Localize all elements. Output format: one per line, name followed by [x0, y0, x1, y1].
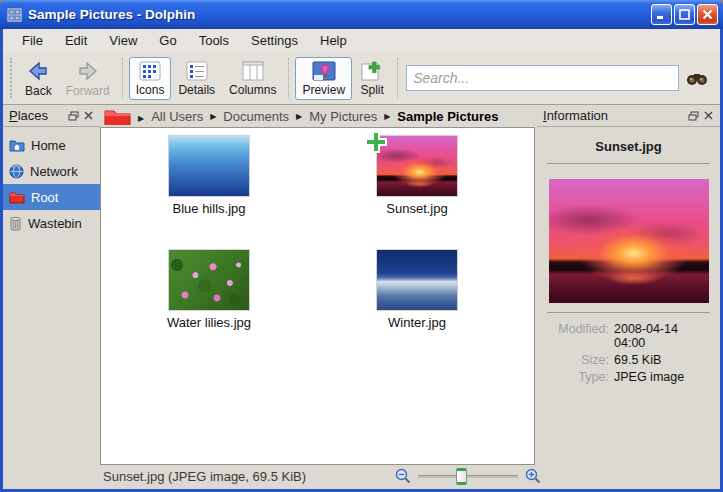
search-area [406, 65, 712, 91]
search-binoculars-icon[interactable] [686, 71, 708, 86]
breadcrumb: ▶ All Users ▶ Documents ▶ My Pictures ▶ … [100, 105, 537, 127]
maximize-button[interactable] [674, 4, 695, 25]
columns-view-button[interactable]: Columns [222, 57, 283, 100]
icons-label: Icons [136, 83, 165, 97]
file-item-blue-hills[interactable]: Blue hills.jpg [105, 136, 313, 250]
places-panel-title: Places [9, 108, 66, 123]
breadcrumb-all-users[interactable]: All Users [151, 109, 203, 124]
zoom-slider-handle[interactable] [456, 468, 467, 485]
close-panel-button[interactable] [81, 108, 96, 123]
titlebar[interactable]: Sample Pictures - Dolphin [0, 0, 723, 29]
menubar: File Edit View Go Tools Settings Help [3, 29, 720, 52]
places-panel: Places [3, 105, 100, 465]
back-button[interactable]: Back [18, 56, 59, 101]
zoom-in-icon[interactable] [525, 468, 541, 484]
search-input[interactable] [406, 65, 679, 91]
main-area: Places [3, 105, 720, 465]
menu-help[interactable]: Help [309, 31, 358, 50]
red-folder-icon [9, 190, 25, 204]
forward-arrow-icon [76, 60, 100, 82]
menu-file[interactable]: File [11, 31, 54, 50]
minimize-icon [656, 9, 667, 20]
icons-view-button[interactable]: Icons [129, 57, 172, 100]
forward-label: Forward [66, 84, 110, 98]
winter-thumbnail[interactable] [377, 250, 457, 310]
add-selection-plus-icon[interactable] [364, 130, 388, 154]
breadcrumb-folder-icon[interactable] [104, 107, 131, 125]
place-item-wastebin[interactable]: Wastebin [3, 210, 100, 236]
toolbar-separator [122, 58, 124, 98]
center-column: ▶ All Users ▶ Documents ▶ My Pictures ▶ … [100, 105, 537, 465]
menu-view[interactable]: View [98, 31, 148, 50]
file-item-water-lilies[interactable]: Water lilies.jpg [105, 250, 313, 364]
icons-view-icon [139, 61, 161, 81]
network-globe-icon [9, 164, 24, 179]
information-panel-header: Information [537, 105, 720, 127]
close-panel-icon [84, 111, 93, 120]
breadcrumb-sample-pictures[interactable]: Sample Pictures [397, 109, 498, 124]
info-modified-label: Modified: [537, 322, 609, 350]
place-label: Network [30, 164, 78, 179]
menu-settings[interactable]: Settings [240, 31, 309, 50]
menu-go[interactable]: Go [148, 31, 187, 50]
breadcrumb-documents[interactable]: Documents [223, 109, 289, 124]
toolbar-grip[interactable] [10, 58, 15, 98]
place-item-network[interactable]: Network [3, 158, 100, 184]
wastebin-icon [9, 216, 22, 231]
menu-tools[interactable]: Tools [188, 31, 240, 50]
breadcrumb-sep: ▶ [210, 112, 216, 121]
split-label: Split [360, 83, 383, 97]
info-modified-value: 2008-04-14 04:00 [614, 322, 700, 350]
info-type-label: Type: [537, 370, 609, 384]
preview-label: Preview [302, 83, 345, 97]
file-item-winter[interactable]: Winter.jpg [313, 250, 521, 364]
float-panel-button[interactable] [686, 108, 701, 123]
zoom-slider[interactable] [418, 475, 518, 478]
water-lilies-thumbnail[interactable] [169, 250, 249, 310]
menu-edit[interactable]: Edit [54, 31, 98, 50]
places-list: Home Network [3, 127, 100, 236]
sunset-thumbnail[interactable] [377, 136, 457, 196]
preview-toggle-button[interactable]: Preview [295, 57, 352, 100]
info-size-value: 69.5 KiB [614, 353, 700, 367]
close-panel-button[interactable] [701, 108, 716, 123]
blue-hills-thumbnail[interactable] [169, 136, 249, 196]
details-view-icon [186, 61, 208, 81]
zoom-out-icon[interactable] [395, 468, 411, 484]
window-frame: File Edit View Go Tools Settings Help Ba… [0, 29, 723, 492]
dolphin-window: Sample Pictures - Dolphin File Edit View… [0, 0, 723, 492]
file-grid: Blue hills.jpg Sunset.jpg [101, 128, 534, 364]
place-item-home[interactable]: Home [3, 132, 100, 158]
minimize-button[interactable] [651, 4, 672, 25]
places-panel-header: Places [3, 105, 100, 127]
columns-label: Columns [229, 83, 276, 97]
back-arrow-icon [26, 60, 50, 82]
file-view[interactable]: Blue hills.jpg Sunset.jpg [100, 127, 535, 465]
float-panel-button[interactable] [66, 108, 81, 123]
close-button[interactable] [697, 4, 718, 25]
close-icon [702, 9, 713, 20]
columns-view-icon [242, 61, 264, 81]
details-view-button[interactable]: Details [171, 57, 222, 100]
info-divider [547, 163, 710, 164]
home-folder-icon [9, 138, 25, 152]
float-icon [68, 111, 79, 121]
forward-button[interactable]: Forward [59, 56, 117, 101]
info-divider [547, 312, 710, 313]
info-type-value: JPEG image [614, 370, 700, 384]
zoom-control [395, 468, 541, 484]
information-panel: Information Sunset.jpg [537, 105, 720, 465]
info-details: Modified: 2008-04-14 04:00 Size: 69.5 Ki… [537, 322, 720, 384]
float-icon [688, 111, 699, 121]
file-item-sunset[interactable]: Sunset.jpg [313, 136, 521, 250]
breadcrumb-my-pictures[interactable]: My Pictures [309, 109, 377, 124]
info-preview-image [549, 179, 709, 303]
window-title: Sample Pictures - Dolphin [28, 7, 649, 22]
place-item-root[interactable]: Root [3, 184, 100, 210]
details-label: Details [178, 83, 215, 97]
split-view-button[interactable]: Split [352, 57, 392, 100]
file-label: Blue hills.jpg [173, 201, 246, 216]
file-label: Water lilies.jpg [167, 315, 251, 330]
place-label: Wastebin [28, 216, 82, 231]
toolbar: Back Forward Icons [3, 52, 720, 105]
